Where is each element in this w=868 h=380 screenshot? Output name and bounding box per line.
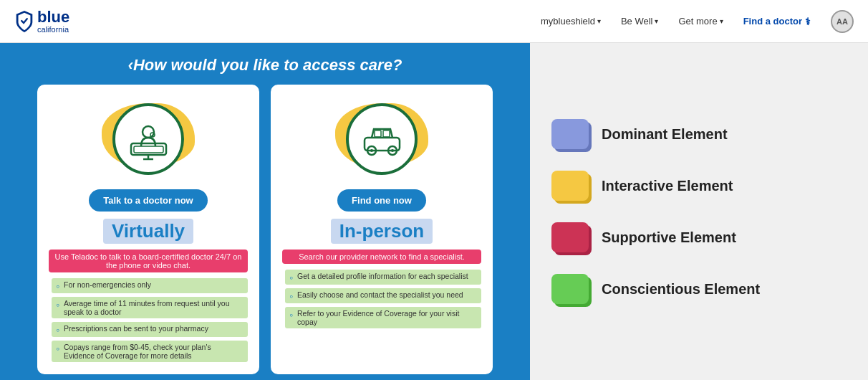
svg-point-11 [370, 149, 373, 152]
bullet-icon: ◦ [56, 343, 59, 353]
inperson-label: In-person [331, 219, 433, 244]
logo-subtext: california [37, 25, 69, 34]
bullet-icon: ◦ [56, 300, 59, 310]
dominant-label: Dominant Element [602, 126, 728, 143]
conscientious-label: Conscientious Element [602, 281, 760, 298]
bullet-icon: ◦ [56, 325, 59, 335]
virtual-bullets: ◦ For non-emergencies only ◦ Average tim… [49, 278, 248, 366]
svg-point-4 [143, 126, 154, 138]
main-content: ‹How would you like to access care? [0, 43, 868, 380]
inperson-bullets: ◦ Get a detailed profile information for… [282, 270, 481, 332]
page-title: ‹How would you like to access care? [128, 56, 402, 75]
bullet-item: ◦ Prescriptions can be sent to your phar… [52, 322, 248, 337]
shield-logo-icon [14, 10, 34, 33]
legend-interactive: Interactive Element [551, 171, 847, 201]
logo-text-blue: blue [37, 8, 69, 26]
bullet-item: ◦ Get a detailed profile information for… [285, 270, 481, 285]
virtual-label: Virtually [103, 219, 193, 244]
car-icon [359, 116, 405, 163]
bullet-icon: ◦ [56, 281, 59, 291]
doctor-circle-icon [112, 103, 184, 175]
svg-rect-6 [365, 138, 400, 151]
virtual-illustration [91, 96, 206, 182]
svg-rect-7 [375, 130, 381, 137]
interactive-label: Interactive Element [602, 178, 733, 194]
virtual-desc: Use Teladoc to talk to a board-certified… [49, 250, 248, 272]
virtual-card: Talk to a doctor now Virtually Use Telad… [37, 85, 259, 374]
legend-conscientious: Conscientious Element [551, 274, 847, 304]
inperson-card: Find one now In-person Search our provid… [271, 85, 493, 374]
svg-rect-1 [134, 146, 163, 153]
bullet-icon: ◦ [289, 310, 293, 320]
nav-area: myblueshield ▾ Be Well ▾ Get more ▾ Find… [541, 10, 854, 33]
chevron-down-icon: ▾ [597, 17, 601, 25]
dominant-swatch [551, 119, 589, 149]
right-panel: Dominant Element Interactive Element Sup… [530, 43, 868, 380]
legend-dominant: Dominant Element [551, 119, 847, 149]
bullet-item: ◦ Copays range from $0-45, check your pl… [52, 341, 248, 362]
conscientious-swatch [551, 274, 589, 304]
supportive-swatch [551, 222, 589, 252]
cards-row: Talk to a doctor now Virtually Use Telad… [14, 85, 516, 374]
chevron-down-icon: ▾ [720, 17, 723, 25]
nav-myblueshield[interactable]: myblueshield ▾ [541, 16, 601, 27]
inperson-desc: Search our provider network to find a sp… [282, 250, 481, 264]
inperson-illustration [324, 96, 439, 182]
bullet-item: ◦ For non-emergencies only [52, 278, 248, 293]
car-circle-icon [346, 103, 418, 175]
svg-point-12 [391, 149, 394, 152]
logo: blue california [14, 9, 69, 34]
interactive-swatch [551, 171, 589, 201]
bullet-icon: ◦ [289, 291, 293, 301]
nav-find-doctor[interactable]: Find a doctor ⚕ [743, 16, 811, 27]
nav-get-more[interactable]: Get more ▾ [678, 16, 723, 27]
bullet-icon: ◦ [289, 272, 293, 282]
header: blue california myblueshield ▾ Be Well ▾… [0, 0, 868, 43]
chevron-down-icon: ▾ [655, 17, 658, 25]
svg-rect-8 [383, 130, 390, 137]
left-panel: ‹How would you like to access care? [0, 43, 530, 380]
doctor-icon [125, 116, 172, 163]
supportive-label: Supportive Element [602, 229, 736, 246]
bullet-item: ◦ Easily choose and contact the speciali… [285, 288, 481, 303]
nav-be-well[interactable]: Be Well ▾ [621, 16, 659, 27]
bullet-item: ◦ Refer to your Evidence of Coverage for… [285, 307, 481, 328]
bullet-item: ◦ Average time of 11 minutes from reques… [52, 297, 248, 318]
talk-to-doctor-button[interactable]: Talk to a doctor now [89, 189, 207, 212]
stethoscope-icon: ⚕ [805, 16, 811, 27]
find-one-now-button[interactable]: Find one now [337, 189, 426, 212]
legend-supportive: Supportive Element [551, 222, 847, 252]
avatar-button[interactable]: AA [831, 10, 854, 33]
